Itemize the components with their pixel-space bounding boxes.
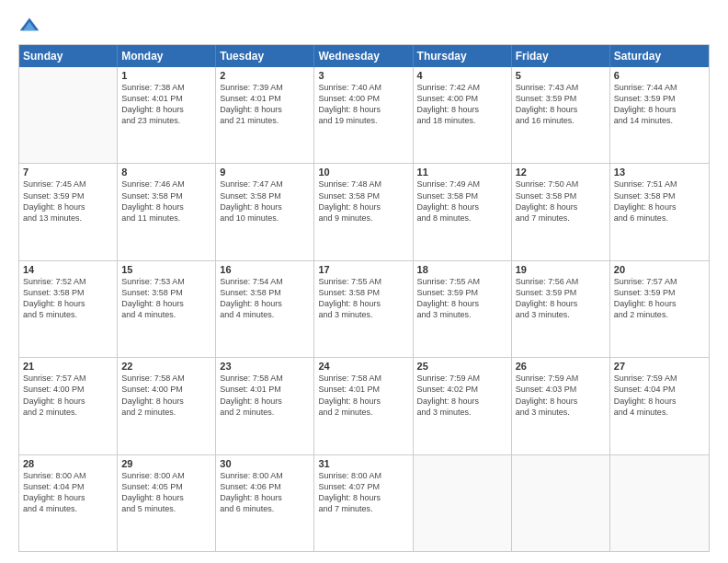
cell-line: and 3 minutes. bbox=[516, 407, 606, 418]
day-number: 19 bbox=[516, 264, 606, 275]
cal-cell-r0-c6: 6Sunrise: 7:44 AMSunset: 3:59 PMDaylight… bbox=[610, 67, 709, 163]
cal-cell-r0-c0 bbox=[19, 67, 118, 163]
cal-cell-r0-c4: 4Sunrise: 7:42 AMSunset: 4:00 PMDaylight… bbox=[414, 67, 512, 163]
cell-line: Sunrise: 7:45 AM bbox=[23, 178, 113, 190]
cell-line: and 11 minutes. bbox=[121, 213, 211, 224]
calendar: SundayMondayTuesdayWednesdayThursdayFrid… bbox=[18, 44, 710, 552]
cal-cell-r2-c0: 14Sunrise: 7:52 AMSunset: 3:58 PMDayligh… bbox=[19, 261, 118, 357]
cal-cell-r3-c2: 23Sunrise: 7:58 AMSunset: 4:01 PMDayligh… bbox=[216, 358, 314, 454]
day-number: 25 bbox=[417, 361, 507, 372]
cell-line: Sunrise: 7:55 AM bbox=[318, 276, 408, 287]
cell-line: Daylight: 8 hours bbox=[614, 298, 705, 309]
calendar-body: 1Sunrise: 7:38 AMSunset: 4:01 PMDaylight… bbox=[19, 67, 709, 551]
cell-line: Sunrise: 7:43 AM bbox=[516, 82, 606, 93]
cell-line: and 2 minutes. bbox=[23, 407, 113, 418]
cal-cell-r1-c3: 10Sunrise: 7:48 AMSunset: 3:58 PMDayligh… bbox=[314, 164, 413, 259]
cal-cell-r4-c6 bbox=[610, 455, 709, 551]
day-number: 27 bbox=[614, 361, 705, 372]
cal-cell-r2-c5: 19Sunrise: 7:56 AMSunset: 3:59 PMDayligh… bbox=[512, 261, 610, 357]
cell-line: and 3 minutes. bbox=[417, 407, 507, 418]
cal-cell-r4-c2: 30Sunrise: 8:00 AMSunset: 4:06 PMDayligh… bbox=[216, 455, 314, 551]
cell-line: Sunrise: 7:50 AM bbox=[516, 178, 606, 190]
cell-line: Daylight: 8 hours bbox=[614, 201, 705, 213]
day-number: 5 bbox=[516, 70, 606, 81]
cal-cell-r3-c1: 22Sunrise: 7:58 AMSunset: 4:00 PMDayligh… bbox=[118, 358, 216, 454]
cell-line: and 19 minutes. bbox=[318, 115, 408, 126]
cell-line: Daylight: 8 hours bbox=[220, 298, 310, 309]
calendar-row-2: 14Sunrise: 7:52 AMSunset: 3:58 PMDayligh… bbox=[19, 260, 709, 357]
header-day-thursday: Thursday bbox=[414, 45, 512, 67]
cell-line: and 10 minutes. bbox=[220, 213, 310, 224]
cell-line: Sunset: 3:58 PM bbox=[121, 190, 211, 201]
cal-cell-r4-c4 bbox=[414, 455, 512, 551]
day-number: 6 bbox=[614, 70, 705, 81]
cell-line: Daylight: 8 hours bbox=[220, 104, 310, 115]
day-number: 12 bbox=[516, 167, 606, 178]
cell-line: Sunset: 3:59 PM bbox=[614, 93, 705, 104]
cell-line: Sunrise: 7:49 AM bbox=[417, 178, 507, 190]
day-number: 2 bbox=[220, 70, 310, 81]
cell-line: Daylight: 8 hours bbox=[516, 104, 606, 115]
cell-line: Daylight: 8 hours bbox=[220, 396, 310, 407]
cell-line: and 7 minutes. bbox=[516, 213, 606, 224]
cell-line: Daylight: 8 hours bbox=[121, 104, 211, 115]
cell-line: Sunset: 3:59 PM bbox=[516, 93, 606, 104]
cal-cell-r1-c4: 11Sunrise: 7:49 AMSunset: 3:58 PMDayligh… bbox=[414, 164, 512, 259]
cell-line: Sunset: 4:01 PM bbox=[121, 93, 211, 104]
cell-line: Sunset: 3:58 PM bbox=[318, 190, 408, 201]
cell-line: and 5 minutes. bbox=[121, 503, 211, 514]
cell-line: and 4 minutes. bbox=[220, 309, 310, 320]
cal-cell-r4-c1: 29Sunrise: 8:00 AMSunset: 4:05 PMDayligh… bbox=[118, 455, 216, 551]
cell-line: Sunrise: 7:42 AM bbox=[417, 82, 507, 93]
page: SundayMondayTuesdayWednesdayThursdayFrid… bbox=[0, 0, 728, 563]
cell-line: Daylight: 8 hours bbox=[121, 492, 211, 503]
cell-line: Daylight: 8 hours bbox=[318, 201, 408, 213]
cell-line: Daylight: 8 hours bbox=[23, 492, 113, 503]
cell-line: and 9 minutes. bbox=[318, 213, 408, 224]
cell-line: Daylight: 8 hours bbox=[417, 104, 507, 115]
cal-cell-r3-c6: 27Sunrise: 7:59 AMSunset: 4:04 PMDayligh… bbox=[610, 358, 709, 454]
day-number: 1 bbox=[121, 70, 211, 81]
cal-cell-r2-c1: 15Sunrise: 7:53 AMSunset: 3:58 PMDayligh… bbox=[118, 261, 216, 357]
cell-line: Daylight: 8 hours bbox=[614, 104, 705, 115]
cell-line: Daylight: 8 hours bbox=[516, 396, 606, 407]
cell-line: and 16 minutes. bbox=[516, 115, 606, 126]
cell-line: and 8 minutes. bbox=[417, 213, 507, 224]
cal-cell-r1-c6: 13Sunrise: 7:51 AMSunset: 3:58 PMDayligh… bbox=[610, 164, 709, 259]
cell-line: Sunset: 3:58 PM bbox=[23, 287, 113, 298]
cell-line: Sunrise: 8:00 AM bbox=[121, 470, 211, 481]
cal-cell-r3-c4: 25Sunrise: 7:59 AMSunset: 4:02 PMDayligh… bbox=[414, 358, 512, 454]
cell-line: Daylight: 8 hours bbox=[23, 396, 113, 407]
cell-line: Daylight: 8 hours bbox=[121, 396, 211, 407]
cell-line: Sunrise: 7:55 AM bbox=[417, 276, 507, 287]
cell-line: Daylight: 8 hours bbox=[318, 396, 408, 407]
day-number: 29 bbox=[121, 458, 211, 469]
cell-line: Daylight: 8 hours bbox=[516, 201, 606, 213]
day-number: 4 bbox=[417, 70, 507, 81]
logo-icon bbox=[18, 15, 40, 37]
calendar-header: SundayMondayTuesdayWednesdayThursdayFrid… bbox=[19, 45, 709, 67]
cell-line: Sunset: 4:01 PM bbox=[220, 93, 310, 104]
cal-cell-r0-c1: 1Sunrise: 7:38 AMSunset: 4:01 PMDaylight… bbox=[118, 67, 216, 163]
header-day-monday: Monday bbox=[118, 45, 216, 67]
day-number: 15 bbox=[121, 264, 211, 275]
cell-line: Daylight: 8 hours bbox=[23, 298, 113, 309]
cal-cell-r1-c5: 12Sunrise: 7:50 AMSunset: 3:58 PMDayligh… bbox=[512, 164, 610, 259]
cell-line: and 2 minutes. bbox=[318, 407, 408, 418]
day-number: 3 bbox=[318, 70, 408, 81]
cell-line: Sunset: 4:06 PM bbox=[220, 481, 310, 492]
cell-line: and 6 minutes. bbox=[220, 503, 310, 514]
cell-line: Sunrise: 7:53 AM bbox=[121, 276, 211, 287]
cal-cell-r4-c0: 28Sunrise: 8:00 AMSunset: 4:04 PMDayligh… bbox=[19, 455, 118, 551]
day-number: 23 bbox=[220, 361, 310, 372]
cell-line: Sunset: 3:59 PM bbox=[614, 287, 705, 298]
cell-line: Sunrise: 7:58 AM bbox=[318, 373, 408, 384]
cell-line: and 2 minutes. bbox=[121, 407, 211, 418]
cell-line: Sunset: 3:58 PM bbox=[417, 190, 507, 201]
cell-line: Sunrise: 7:51 AM bbox=[614, 178, 705, 190]
cell-line: Sunset: 3:59 PM bbox=[417, 287, 507, 298]
cell-line: Daylight: 8 hours bbox=[220, 492, 310, 503]
header-day-wednesday: Wednesday bbox=[314, 45, 413, 67]
cell-line: and 6 minutes. bbox=[614, 213, 705, 224]
calendar-row-4: 28Sunrise: 8:00 AMSunset: 4:04 PMDayligh… bbox=[19, 454, 709, 551]
